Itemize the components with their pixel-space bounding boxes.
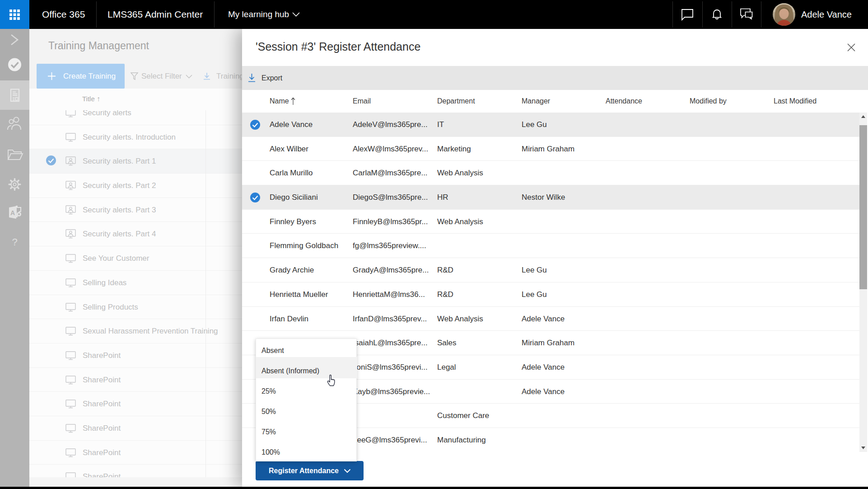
svg-text:A: A (10, 209, 15, 216)
